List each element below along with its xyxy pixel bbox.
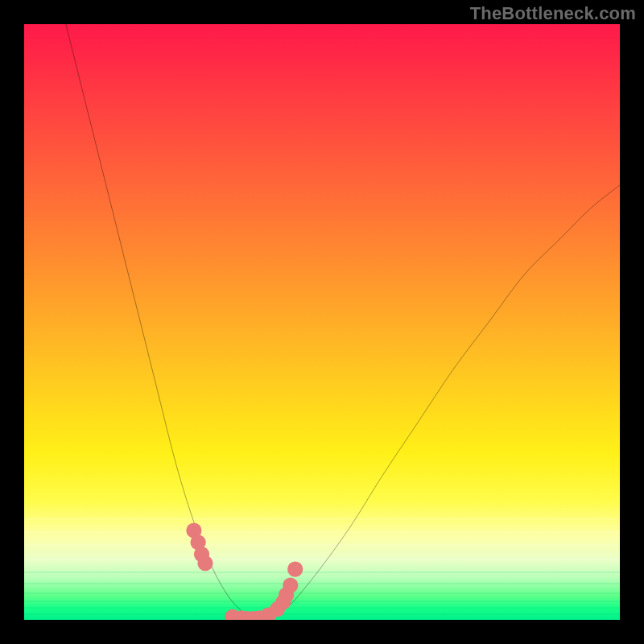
highlight-dots-group — [186, 522, 303, 620]
highlight-dot — [197, 555, 213, 571]
chart-svg — [24, 24, 620, 620]
highlight-dot — [283, 577, 298, 592]
bottleneck-curve — [66, 24, 620, 620]
watermark-text: TheBottleneck.com — [470, 3, 636, 24]
plot-area — [24, 24, 620, 620]
chart-frame: TheBottleneck.com — [0, 0, 644, 644]
highlight-dot — [287, 561, 303, 576]
